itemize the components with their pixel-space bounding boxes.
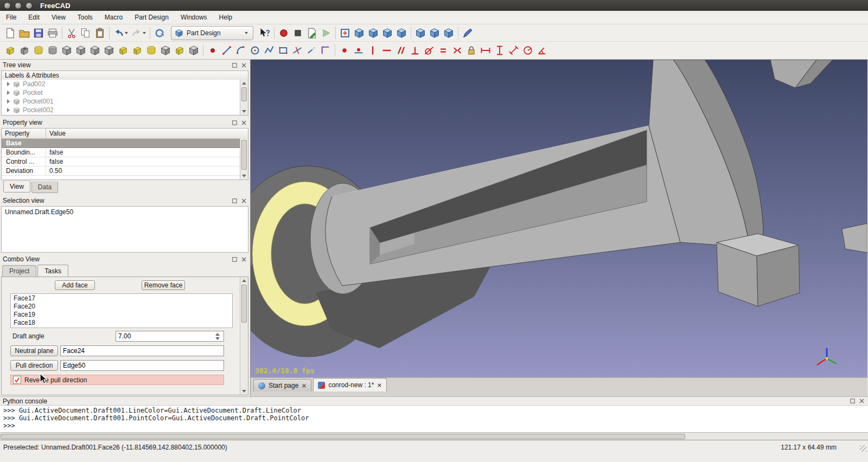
multitransform-icon[interactable] <box>173 43 187 57</box>
chamfer-icon[interactable] <box>74 43 88 57</box>
constraint-perpendicular-icon[interactable] <box>408 43 422 57</box>
menu-macro[interactable]: Macro <box>99 11 129 24</box>
expander-icon[interactable] <box>7 82 10 86</box>
menu-edit[interactable]: Edit <box>22 11 46 24</box>
view-rear-icon[interactable] <box>413 26 427 40</box>
tree-close-icon[interactable] <box>240 62 247 69</box>
save-icon[interactable] <box>31 26 46 40</box>
constraint-vertical-distance-icon[interactable] <box>493 43 507 57</box>
view-left-icon[interactable] <box>442 26 456 40</box>
tab-project[interactable]: Project <box>2 265 36 277</box>
selection-float-icon[interactable] <box>231 197 238 204</box>
selection-item[interactable]: Unnamed.Draft.Edge50 <box>5 208 245 216</box>
constraint-parallel-icon[interactable] <box>394 43 408 57</box>
constraint-angle-icon[interactable] <box>535 43 549 57</box>
python-console[interactable]: >>> Gui.ActiveDocument.Draft001.LineColo… <box>0 405 868 432</box>
console-prompt[interactable]: >>> <box>3 422 868 429</box>
thickness-icon[interactable] <box>102 43 116 57</box>
linear-pattern-icon[interactable] <box>130 43 144 57</box>
menu-part-design[interactable]: Part Design <box>129 11 175 24</box>
scaled-icon[interactable] <box>158 43 173 57</box>
scroll-down-icon[interactable] <box>240 388 248 395</box>
tab-start-page[interactable]: Start page <box>253 379 311 392</box>
face-list-item[interactable]: Face19 <box>11 310 232 318</box>
constraint-coincident-icon[interactable] <box>337 43 352 57</box>
scroll-down-icon[interactable] <box>240 108 248 115</box>
constraint-symmetric-icon[interactable] <box>450 43 464 57</box>
scroll-down-icon[interactable] <box>240 172 248 179</box>
print-icon[interactable] <box>46 26 60 40</box>
expander-icon[interactable] <box>7 91 10 95</box>
combo-close-icon[interactable] <box>240 256 247 263</box>
pocket-icon[interactable] <box>17 43 31 57</box>
scrollbar-thumb[interactable] <box>241 285 247 323</box>
resize-grip-icon[interactable] <box>860 445 866 452</box>
sketch-rectangle-icon[interactable] <box>276 43 290 57</box>
view-right-icon[interactable] <box>394 26 409 40</box>
selection-close-icon[interactable] <box>240 197 247 204</box>
constraint-equal-icon[interactable] <box>436 43 450 57</box>
draft-icon[interactable] <box>88 43 102 57</box>
combo-float-icon[interactable] <box>231 256 238 263</box>
revolution-icon[interactable] <box>31 43 46 57</box>
face-list-item[interactable]: Face20 <box>11 302 232 310</box>
remove-face-button[interactable]: Remove face <box>142 280 185 290</box>
scroll-up-icon[interactable] <box>240 277 248 284</box>
face-list-item[interactable]: Face17 <box>11 294 232 302</box>
undo-dropdown-icon[interactable] <box>125 32 128 34</box>
sketch-arc-icon[interactable] <box>234 43 248 57</box>
close-button[interactable] <box>4 2 11 9</box>
menu-help[interactable]: Help <box>213 11 239 24</box>
task-scrollbar[interactable] <box>240 277 248 395</box>
constraint-vertical-icon[interactable] <box>366 43 380 57</box>
menu-file[interactable]: File <box>0 11 22 24</box>
reverse-pull-direction-checkbox[interactable] <box>13 376 21 384</box>
view-bottom-icon[interactable] <box>427 26 442 40</box>
tree-item[interactable]: Pocket002 <box>2 106 248 114</box>
fillet-icon[interactable] <box>60 43 74 57</box>
tab-close-icon[interactable] <box>302 383 307 388</box>
macro-record-icon[interactable] <box>277 26 291 40</box>
menu-tools[interactable]: Tools <box>72 11 99 24</box>
constraint-lock-icon[interactable] <box>464 43 478 57</box>
property-scrollbar[interactable] <box>240 138 248 179</box>
neutral-plane-input[interactable] <box>60 345 224 356</box>
scrollbar-thumb[interactable] <box>1 434 685 439</box>
constraint-horizontal-distance-icon[interactable] <box>478 43 493 57</box>
polar-pattern-icon[interactable] <box>144 43 158 57</box>
tree-item[interactable]: Pocket001 <box>2 97 248 106</box>
whats-this-icon[interactable] <box>258 26 272 40</box>
new-document-icon[interactable] <box>3 26 17 40</box>
menu-windows[interactable]: Windows <box>175 11 213 24</box>
face-list[interactable]: Face17 Face20 Face19 Face18 <box>10 293 233 328</box>
view-fit-all-icon[interactable] <box>338 26 352 40</box>
draft-angle-spinner[interactable] <box>215 331 220 342</box>
tab-close-icon[interactable] <box>377 383 382 388</box>
redo-icon[interactable] <box>130 26 144 40</box>
tree-item[interactable]: Pad002 <box>2 80 248 88</box>
macro-stop-icon[interactable] <box>291 26 305 40</box>
property-table[interactable]: Property Value Base Boundin... false Con… <box>1 128 248 180</box>
pull-direction-input[interactable] <box>60 360 224 371</box>
macro-edit-icon[interactable] <box>305 26 319 40</box>
sketch-extend-icon[interactable] <box>304 43 318 57</box>
undo-icon[interactable] <box>112 26 126 40</box>
add-face-button[interactable]: Add face <box>55 280 95 290</box>
groove-icon[interactable] <box>46 43 60 57</box>
menu-view[interactable]: View <box>46 11 72 24</box>
constraint-tangent-icon[interactable] <box>422 43 436 57</box>
sketch-circle-icon[interactable] <box>248 43 262 57</box>
tree-list[interactable]: Pad002 Pocket Pocket001 Pocket002 <box>1 80 248 116</box>
constraint-point-on-object-icon[interactable] <box>352 43 366 57</box>
expander-icon[interactable] <box>7 108 10 112</box>
draft-angle-input[interactable] <box>116 331 224 342</box>
pad-icon[interactable] <box>3 43 17 57</box>
sketch-point-icon[interactable] <box>206 43 220 57</box>
sketch-line-icon[interactable] <box>220 43 234 57</box>
sketch-external-icon[interactable] <box>318 43 333 57</box>
open-file-icon[interactable] <box>17 26 31 40</box>
python-float-icon[interactable] <box>849 397 856 405</box>
tree-float-icon[interactable] <box>231 62 238 69</box>
maximize-button[interactable] <box>25 2 33 9</box>
property-row[interactable]: Control ... false <box>2 157 248 166</box>
